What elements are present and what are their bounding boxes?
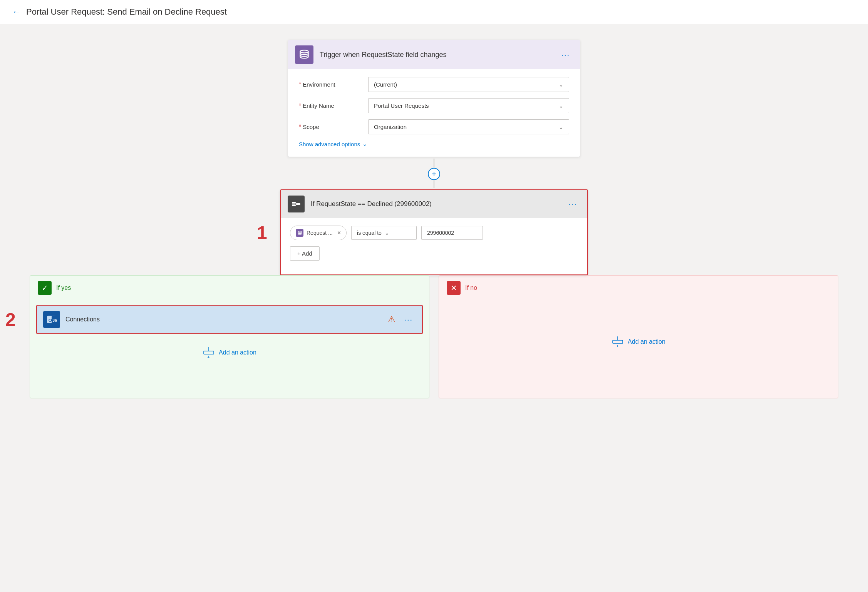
svg-line-4 — [296, 203, 297, 204]
token-box[interactable]: Request ... × — [290, 226, 347, 240]
branch-yes-header: ✓ If yes — [30, 276, 429, 300]
show-advanced-button[interactable]: Show advanced options ⌄ — [299, 140, 569, 147]
chevron-down-icon-4: ⌄ — [362, 140, 367, 147]
connector-line-top — [434, 159, 434, 168]
chevron-down-icon-3: ⌄ — [559, 124, 563, 130]
operator-select[interactable]: is equal to ⌄ — [351, 226, 417, 240]
trigger-icon-box — [295, 45, 313, 64]
back-button[interactable]: ← — [12, 7, 21, 17]
checkmark-icon: ✓ — [38, 281, 52, 295]
action-more-button[interactable]: ··· — [401, 314, 416, 326]
condition-body: Request ... × is equal to ⌄ 299600002 + … — [281, 218, 587, 274]
branch-no-body: Add an action — [439, 300, 838, 360]
token-db-icon — [297, 231, 302, 236]
environment-label: * Environment — [299, 81, 368, 88]
add-action-svg-icon-no — [612, 336, 623, 347]
add-action-button-yes[interactable]: Add an action — [36, 340, 423, 362]
svg-rect-1 — [292, 202, 296, 204]
connections-action-card: O 365 Connections ⚠ ··· — [36, 305, 423, 334]
scope-row: * Scope Organization ⌄ — [299, 119, 569, 134]
database-icon — [299, 49, 310, 60]
branch-yes-body: 2 O 365 Connections ⚠ — [30, 300, 429, 371]
trigger-header: Trigger when RequestState field changes … — [288, 40, 580, 69]
scope-select[interactable]: Organization ⌄ — [368, 119, 569, 134]
canvas: Trigger when RequestState field changes … — [0, 24, 868, 563]
add-action-icon-no — [612, 336, 624, 348]
condition-wrapper: 1 If RequestState == Declined (299600002… — [280, 189, 588, 275]
add-action-icon — [203, 346, 215, 359]
add-condition-row: + Add — [290, 246, 578, 261]
outlook-icon: O 365 — [46, 314, 57, 325]
add-action-label-no: Add an action — [628, 338, 665, 345]
condition-more-button[interactable]: ··· — [565, 198, 580, 210]
condition-title: If RequestState == Declined (299600002) — [311, 200, 559, 208]
trigger-card: Trigger when RequestState field changes … — [288, 40, 580, 157]
required-star-3: * — [299, 124, 301, 130]
svg-rect-3 — [297, 203, 300, 205]
token-label: Request ... — [307, 230, 333, 236]
svg-rect-2 — [292, 204, 296, 206]
token-icon — [296, 229, 303, 237]
trigger-more-button[interactable]: ··· — [558, 49, 573, 61]
action-wrapper: 2 O 365 Connections ⚠ — [36, 305, 423, 334]
svg-point-0 — [300, 50, 308, 53]
chevron-down-icon-5: ⌄ — [385, 230, 389, 236]
token-close-button[interactable]: × — [337, 229, 341, 236]
condition-value-input[interactable]: 299600002 — [421, 226, 483, 240]
svg-line-5 — [296, 204, 297, 206]
branch-no-header: ✕ If no — [439, 276, 838, 300]
entity-name-row: * Entity Name Portal User Requests ⌄ — [299, 98, 569, 113]
condition-header: If RequestState == Declined (299600002) … — [281, 190, 587, 218]
entity-name-select[interactable]: Portal User Requests ⌄ — [368, 98, 569, 113]
branches-container: ✓ If yes 2 O 365 — [30, 275, 838, 398]
scope-label: * Scope — [299, 124, 368, 130]
branch-no: ✕ If no Add an action — [439, 275, 838, 398]
entity-name-label: * Entity Name — [299, 102, 368, 109]
condition-card: If RequestState == Declined (299600002) … — [280, 189, 588, 275]
svg-rect-12 — [204, 351, 214, 354]
add-action-button-no[interactable]: Add an action — [445, 305, 832, 351]
step-number-1: 1 — [257, 222, 267, 243]
chevron-down-icon-2: ⌄ — [559, 103, 563, 109]
condition-icon-box — [288, 196, 305, 212]
svg-rect-16 — [613, 340, 623, 343]
top-bar: ← Portal User Request: Send Email on Dec… — [0, 0, 868, 24]
environment-row: * Environment (Current) ⌄ — [299, 77, 569, 92]
x-icon: ✕ — [447, 281, 461, 295]
page-title: Portal User Request: Send Email on Decli… — [26, 7, 227, 17]
branch-yes: ✓ If yes 2 O 365 — [30, 275, 429, 398]
connector: + — [428, 159, 440, 188]
trigger-body: * Environment (Current) ⌄ * Entity Name … — [288, 69, 580, 157]
trigger-title: Trigger when RequestState field changes — [320, 51, 552, 59]
action-icon-box: O 365 — [43, 311, 60, 328]
condition-row: Request ... × is equal to ⌄ 299600002 — [290, 226, 578, 240]
action-title: Connections — [65, 316, 382, 323]
connector-line-bottom — [434, 180, 434, 188]
condition-icon — [291, 199, 302, 209]
add-step-button[interactable]: + — [428, 168, 440, 180]
required-star: * — [299, 81, 301, 88]
add-action-svg-icon — [203, 347, 214, 358]
add-condition-button[interactable]: + Add — [290, 246, 320, 261]
environment-select[interactable]: (Current) ⌄ — [368, 77, 569, 92]
warning-icon: ⚠ — [388, 314, 395, 324]
svg-text:365: 365 — [52, 318, 57, 323]
branch-no-label: If no — [465, 284, 477, 291]
required-star-2: * — [299, 102, 301, 109]
add-action-label-yes: Add an action — [219, 349, 256, 356]
svg-text:O: O — [49, 318, 52, 323]
branch-yes-label: If yes — [56, 284, 71, 291]
step-number-2: 2 — [5, 309, 16, 330]
chevron-down-icon: ⌄ — [559, 82, 563, 88]
svg-point-6 — [298, 231, 302, 232]
